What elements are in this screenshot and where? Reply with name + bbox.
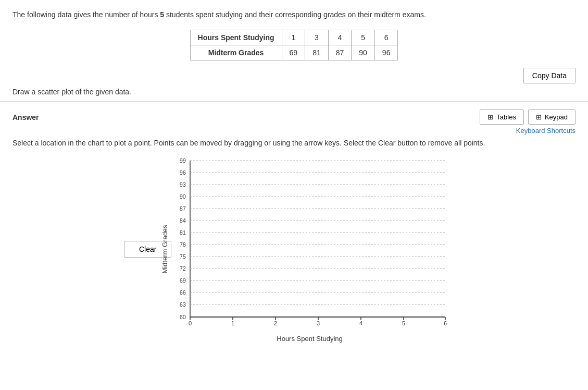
svg-text:96: 96 — [179, 169, 185, 176]
copy-data-button[interactable]: Copy Data — [523, 68, 576, 83]
svg-text:69: 69 — [179, 277, 185, 284]
draw-text: Draw a scatter plot of the given data. — [12, 88, 576, 96]
instruction-text: Select a location in the chart to plot a… — [12, 139, 576, 147]
problem-text: The following data gives the number of h… — [12, 9, 576, 20]
table-header-row1: Hours Spent Studying — [190, 30, 282, 45]
svg-text:99: 99 — [179, 157, 185, 164]
answer-label: Answer — [12, 113, 39, 121]
svg-text:5: 5 — [402, 320, 405, 326]
problem-text-after: students spent studying and their corres… — [164, 10, 426, 19]
svg-text:66: 66 — [179, 289, 185, 296]
keypad-icon: ⊞ — [536, 113, 542, 121]
svg-text:75: 75 — [179, 253, 185, 260]
answer-header: Answer ⊞ Tables ⊞ Keypad — [12, 109, 576, 125]
svg-text:84: 84 — [179, 217, 185, 224]
table-cell-r2c2: 81 — [305, 45, 329, 60]
svg-text:90: 90 — [179, 193, 185, 200]
table-cell-r1c3: 4 — [328, 30, 352, 45]
tables-icon: ⊞ — [487, 113, 493, 121]
svg-text:2: 2 — [273, 320, 277, 326]
svg-text:81: 81 — [179, 229, 185, 236]
table-cell-r2c1: 69 — [282, 45, 305, 60]
tables-btn-label: Tables — [496, 113, 516, 121]
table-cell-r2c3: 87 — [328, 45, 352, 60]
svg-text:63: 63 — [179, 301, 185, 308]
table-cell-r1c1: 1 — [282, 30, 305, 45]
keyboard-shortcuts-link[interactable]: Keyboard Shortcuts — [12, 127, 576, 135]
svg-text:0: 0 — [188, 320, 191, 326]
problem-text-before: The following data gives the number of h… — [12, 10, 160, 19]
answer-section: Answer ⊞ Tables ⊞ Keypad Keyboard Shortc… — [0, 102, 588, 343]
svg-rect-0 — [190, 161, 445, 317]
svg-text:3: 3 — [316, 320, 319, 326]
table-cell-r2c4: 90 — [352, 45, 375, 60]
table-cell-r1c2: 3 — [305, 30, 329, 45]
x-axis-label: Hours Spent Studying — [169, 335, 451, 343]
svg-text:78: 78 — [179, 241, 185, 248]
svg-text:4: 4 — [359, 320, 362, 326]
table-cell-r1c4: 5 — [352, 30, 375, 45]
svg-text:93: 93 — [179, 181, 185, 188]
data-table-container: Hours Spent Studying 1 3 4 5 6 Midterm G… — [12, 30, 576, 60]
svg-text:1: 1 — [231, 320, 234, 326]
table-header-row2: Midterm Grades — [190, 45, 282, 60]
data-table: Hours Spent Studying 1 3 4 5 6 Midterm G… — [190, 30, 398, 60]
y-axis-label: Midterm Grades — [161, 225, 169, 273]
svg-text:72: 72 — [179, 265, 185, 272]
top-section: The following data gives the number of h… — [0, 0, 588, 102]
answer-buttons: ⊞ Tables ⊞ Keypad — [480, 109, 576, 125]
problem-highlight: 5 — [160, 10, 164, 19]
scatter-chart[interactable]: 99 96 93 90 87 84 81 78 75 72 — [169, 155, 451, 333]
table-cell-r2c5: 96 — [374, 45, 398, 60]
table-cell-r1c5: 6 — [374, 30, 398, 45]
chart-area: Clear Midterm Grades 99 96 93 — [12, 155, 576, 343]
svg-text:87: 87 — [179, 205, 185, 212]
chart-wrapper: Midterm Grades 99 96 93 90 — [169, 155, 451, 343]
keypad-button[interactable]: ⊞ Keypad — [528, 109, 576, 125]
tables-button[interactable]: ⊞ Tables — [480, 109, 524, 125]
svg-text:60: 60 — [179, 314, 185, 320]
keypad-btn-label: Keypad — [545, 113, 568, 121]
copy-data-btn-row: Copy Data — [12, 68, 576, 83]
svg-text:6: 6 — [443, 320, 446, 326]
